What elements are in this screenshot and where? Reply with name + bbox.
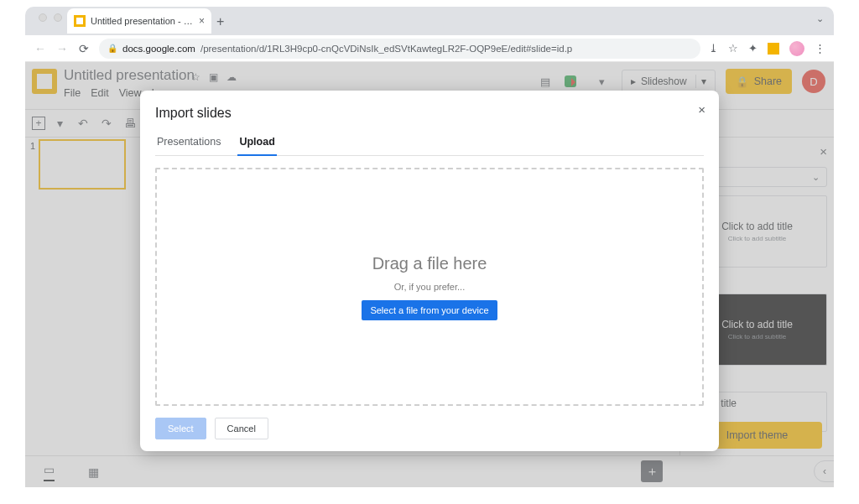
slides-favicon-icon <box>74 15 86 27</box>
dropzone-title: Drag a file here <box>372 254 487 273</box>
select-button[interactable]: Select <box>155 418 206 439</box>
profile-avatar-icon[interactable] <box>789 41 804 56</box>
forward-icon[interactable]: → <box>55 42 69 55</box>
install-app-icon[interactable]: ⤓ <box>709 42 718 55</box>
minimize-window-icon[interactable] <box>54 13 62 22</box>
tab-title: Untitled presentation - Google <box>91 16 194 26</box>
url-host: docs.google.com <box>122 44 195 54</box>
browser-tab[interactable]: Untitled presentation - Google × <box>67 8 211 34</box>
close-window-icon[interactable] <box>39 13 47 22</box>
dropzone-subtitle: Or, if you prefer... <box>394 282 465 292</box>
dialog-tabs: Presentations Upload <box>155 136 704 156</box>
tab-close-icon[interactable]: × <box>199 15 205 27</box>
address-bar[interactable]: 🔒 docs.google.com/presentation/d/1RL3H9c… <box>99 39 700 59</box>
reload-icon[interactable]: ⟳ <box>77 42 91 55</box>
dialog-footer: Select Cancel <box>155 418 704 439</box>
cancel-button[interactable]: Cancel <box>215 418 268 439</box>
tab-presentations[interactable]: Presentations <box>155 136 222 155</box>
browser-toolbar: ← → ⟳ 🔒 docs.google.com/presentation/d/1… <box>25 35 834 62</box>
tab-overflow-icon[interactable]: ⌄ <box>816 13 824 24</box>
chrome-menu-icon[interactable]: ⋮ <box>815 42 825 55</box>
browser-right-icons: ⤓ ☆ ✦ ⋮ <box>709 41 825 56</box>
new-tab-button[interactable]: + <box>216 14 224 29</box>
bookmark-icon[interactable]: ☆ <box>728 42 738 55</box>
tab-upload[interactable]: Upload <box>237 136 276 156</box>
select-file-button[interactable]: Select a file from your device <box>362 300 497 320</box>
extensions-icon[interactable]: ✦ <box>748 42 757 55</box>
close-icon[interactable]: × <box>698 102 705 117</box>
extension-square-icon[interactable] <box>768 43 779 55</box>
dialog-title: Import slides <box>155 106 704 121</box>
upload-dropzone[interactable]: Drag a file here Or, if you prefer... Se… <box>155 168 704 406</box>
back-icon[interactable]: ← <box>34 42 47 55</box>
import-slides-dialog: Import slides × Presentations Upload Dra… <box>140 91 719 451</box>
url-path: /presentation/d/1RL3H9cp0-cnQcVDiNsIk_ed… <box>200 44 572 54</box>
lock-icon: 🔒 <box>107 44 117 53</box>
